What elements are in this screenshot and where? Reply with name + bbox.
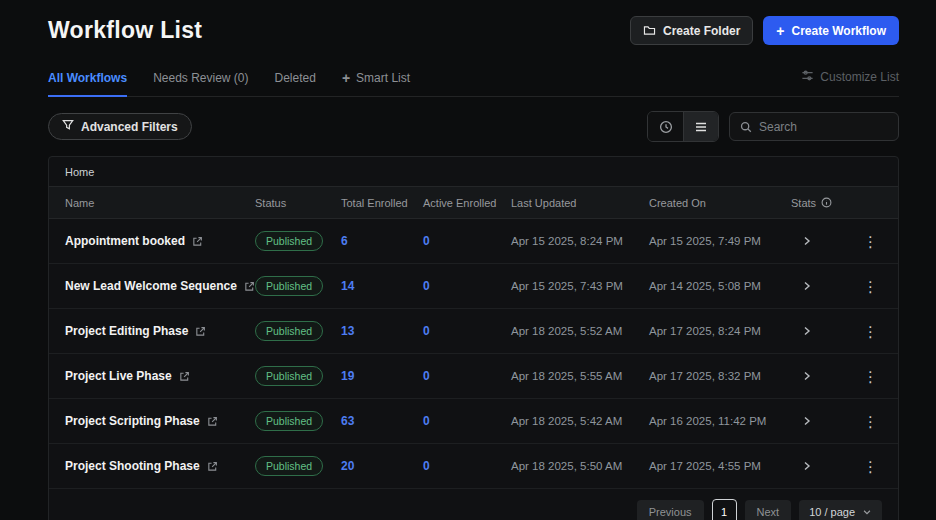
folder-icon [643,24,656,37]
column-header-created-on[interactable]: Created On [649,197,791,209]
external-link-icon [179,371,190,382]
stats-expand-button[interactable] [791,235,813,247]
chevron-down-icon [862,507,872,517]
workflow-name-label: Project Live Phase [65,369,172,383]
external-link-icon [207,416,218,427]
workflow-name-label: New Lead Welcome Sequence [65,279,237,293]
status-badge: Published [255,411,323,431]
table-row: Appointment booked Published 6 0 Apr 15 … [49,219,898,264]
tabs-row: All Workflows Needs Review (0) Deleted +… [48,69,899,97]
advanced-filters-button[interactable]: Advanced Filters [48,113,192,140]
customize-list-button[interactable]: Customize List [801,69,899,96]
filter-icon [62,119,74,134]
column-header-status[interactable]: Status [255,197,341,209]
stats-expand-button[interactable] [791,370,813,382]
table-header-row: Name Status Total Enrolled Active Enroll… [49,186,898,219]
column-header-last-updated[interactable]: Last Updated [511,197,649,209]
workflow-name-link[interactable]: New Lead Welcome Sequence [65,279,255,293]
clock-icon [659,120,673,134]
workflow-name-link[interactable]: Project Live Phase [65,369,255,383]
tab-all-workflows[interactable]: All Workflows [48,71,127,96]
status-cell: Published [255,411,341,431]
external-link-icon [195,326,206,337]
plus-icon: + [776,24,784,38]
row-menu-button[interactable]: ⋮ [859,232,882,251]
breadcrumb[interactable]: Home [49,157,898,186]
tab-needs-review[interactable]: Needs Review (0) [153,71,248,96]
page-number-button[interactable]: 1 [712,499,737,520]
chevron-right-icon [801,415,813,427]
plus-icon: + [342,71,350,85]
total-enrolled-link[interactable]: 13 [341,324,423,338]
kebab-icon: ⋮ [863,368,878,385]
advanced-filters-label: Advanced Filters [81,120,178,134]
row-menu-button[interactable]: ⋮ [859,277,882,296]
info-icon [821,197,832,208]
customize-list-label: Customize List [820,70,899,84]
workflow-name-link[interactable]: Project Editing Phase [65,324,255,338]
column-header-name[interactable]: Name [65,197,255,209]
workflow-name-link[interactable]: Project Shooting Phase [65,459,255,473]
active-enrolled-link[interactable]: 0 [423,279,511,293]
create-folder-button[interactable]: Create Folder [630,16,753,45]
workflow-name-link[interactable]: Appointment booked [65,234,255,248]
status-badge: Published [255,366,323,386]
status-cell: Published [255,366,341,386]
active-enrolled-link[interactable]: 0 [423,369,511,383]
workflow-name-link[interactable]: Project Scripting Phase [65,414,255,428]
column-header-active-enrolled[interactable]: Active Enrolled [423,197,511,209]
status-cell: Published [255,456,341,476]
workflow-table-card: Home Name Status Total Enrolled Active E… [48,156,899,520]
row-menu-button[interactable]: ⋮ [859,367,882,386]
last-updated-value: Apr 18 2025, 5:42 AM [511,415,649,427]
active-enrolled-link[interactable]: 0 [423,234,511,248]
total-enrolled-link[interactable]: 6 [341,234,423,248]
chevron-right-icon [801,460,813,472]
tab-deleted[interactable]: Deleted [275,71,316,96]
stats-expand-button[interactable] [791,280,813,292]
search-box [729,112,899,141]
external-link-icon [207,461,218,472]
history-view-button[interactable] [648,112,683,141]
last-updated-value: Apr 18 2025, 5:50 AM [511,460,649,472]
table-row: Project Shooting Phase Published 20 0 Ap… [49,444,898,489]
stats-expand-button[interactable] [791,460,813,472]
create-workflow-button[interactable]: + Create Workflow [763,16,899,45]
last-updated-value: Apr 18 2025, 5:55 AM [511,370,649,382]
row-menu-button[interactable]: ⋮ [859,322,882,341]
smart-list-label: Smart List [356,71,410,85]
total-enrolled-link[interactable]: 14 [341,279,423,293]
last-updated-value: Apr 15 2025, 8:24 PM [511,235,649,247]
table-row: New Lead Welcome Sequence Published 14 0… [49,264,898,309]
next-page-button[interactable]: Next [745,500,792,520]
created-on-value: Apr 15 2025, 7:49 PM [649,235,791,247]
stats-expand-button[interactable] [791,325,813,337]
previous-page-button[interactable]: Previous [637,500,704,520]
filter-right-group [647,111,899,142]
active-enrolled-link[interactable]: 0 [423,324,511,338]
external-link-icon [192,236,203,247]
list-view-button[interactable] [683,112,718,141]
stats-header-label: Stats [791,197,816,209]
kebab-icon: ⋮ [863,278,878,295]
chevron-right-icon [801,370,813,382]
view-toggle-group [647,111,719,142]
column-header-total-enrolled[interactable]: Total Enrolled [341,197,423,209]
created-on-value: Apr 17 2025, 4:55 PM [649,460,791,472]
total-enrolled-link[interactable]: 63 [341,414,423,428]
stats-expand-button[interactable] [791,415,813,427]
status-badge: Published [255,456,323,476]
smart-list-button[interactable]: + Smart List [342,71,410,96]
total-enrolled-link[interactable]: 20 [341,459,423,473]
top-bar-actions: Create Folder + Create Workflow [630,16,899,45]
column-header-stats[interactable]: Stats [791,197,847,209]
active-enrolled-link[interactable]: 0 [423,459,511,473]
page-size-select[interactable]: 10 / page [799,500,882,520]
search-input[interactable] [759,120,888,134]
kebab-icon: ⋮ [863,413,878,430]
row-menu-button[interactable]: ⋮ [859,457,882,476]
active-enrolled-link[interactable]: 0 [423,414,511,428]
row-menu-button[interactable]: ⋮ [859,412,882,431]
total-enrolled-link[interactable]: 19 [341,369,423,383]
page-size-label: 10 / page [809,506,855,518]
